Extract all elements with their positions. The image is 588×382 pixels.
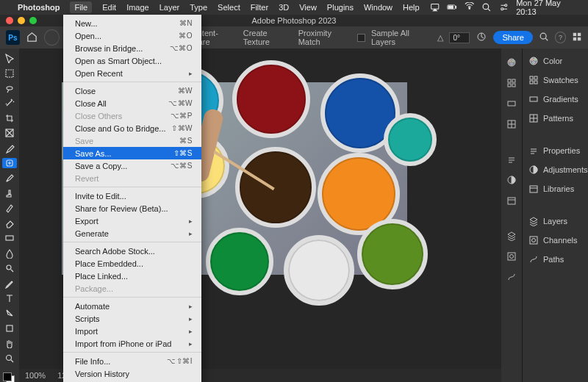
- menu-layer[interactable]: Layer: [159, 3, 180, 12]
- control-center-icon[interactable]: [499, 2, 509, 12]
- proximity-match-radio[interactable]: Proximity Match: [298, 29, 352, 46]
- search-icon[interactable]: [481, 2, 492, 12]
- menu-item-share-for-review-beta[interactable]: Share for Review (Beta)...: [63, 202, 201, 215]
- menu-view[interactable]: View: [299, 3, 317, 12]
- menu-item-invite-to-edit[interactable]: Invite to Edit...: [63, 190, 201, 202]
- angle-field[interactable]: 0°: [449, 32, 470, 43]
- panel-properties[interactable]: Properties: [523, 144, 588, 157]
- mini-layers-icon[interactable]: [505, 229, 518, 242]
- menu-item-place-embedded[interactable]: Place Embedded...: [63, 257, 201, 270]
- wifi-icon[interactable]: [465, 2, 475, 12]
- menu-item-import[interactable]: Import▸: [63, 325, 201, 337]
- create-texture-radio[interactable]: Create Texture: [243, 29, 293, 46]
- tool-pen[interactable]: [2, 278, 17, 288]
- tool-dodge[interactable]: [2, 263, 17, 273]
- menu-item-new[interactable]: New...⌘N: [63, 17, 201, 29]
- tool-eraser[interactable]: [2, 218, 17, 228]
- tool-frame[interactable]: [2, 128, 17, 138]
- tool-zoom[interactable]: [2, 353, 17, 363]
- battery-icon[interactable]: [447, 2, 457, 12]
- tool-eyedrop[interactable]: [2, 143, 17, 154]
- zoom-window-button[interactable]: [29, 17, 37, 24]
- menu-plugins[interactable]: Plugins: [327, 3, 354, 12]
- tool-blur[interactable]: [2, 248, 17, 258]
- mini-properties-icon[interactable]: [505, 153, 518, 166]
- minimize-window-button[interactable]: [18, 17, 25, 24]
- menu-item-generate[interactable]: Generate▸: [63, 227, 201, 239]
- mini-swatches-icon[interactable]: [505, 76, 518, 90]
- menu-window[interactable]: Window: [364, 3, 392, 12]
- help-icon[interactable]: ?: [555, 32, 566, 43]
- tool-move[interactable]: [2, 53, 17, 63]
- menu-item-scripts[interactable]: Scripts▸: [63, 312, 201, 325]
- tool-marquee[interactable]: [2, 68, 17, 78]
- mini-color-icon[interactable]: [505, 56, 518, 69]
- menu-item-close-and-go-to-bridge[interactable]: Close and Go to Bridge...⇧⌘W: [63, 122, 201, 134]
- menu-item-export[interactable]: Export▸: [63, 215, 201, 227]
- foreground-background-colors[interactable]: [3, 372, 16, 382]
- mini-channels-icon[interactable]: [505, 250, 518, 263]
- clock[interactable]: Mon 27 May 20:13: [516, 0, 581, 16]
- panel-libraries[interactable]: Libraries: [523, 182, 588, 195]
- menu-3d[interactable]: 3D: [279, 3, 289, 12]
- tool-rect[interactable]: [2, 323, 17, 334]
- panel-swatches[interactable]: Swatches: [523, 73, 588, 87]
- tool-history[interactable]: [2, 203, 17, 213]
- panel-patterns[interactable]: Patterns: [523, 112, 588, 125]
- tool-brush[interactable]: [2, 173, 17, 183]
- panel-layers[interactable]: Layers: [523, 215, 588, 228]
- menu-item-save-as[interactable]: Save As...⇧⌘S: [63, 147, 201, 159]
- panel-channels[interactable]: Channels: [523, 234, 588, 247]
- ps-logo-icon[interactable]: Ps: [6, 30, 20, 45]
- menu-item-browse-in-bridge[interactable]: Browse in Bridge...⌥⌘O: [63, 42, 201, 54]
- menu-item-file-info[interactable]: File Info...⌥⇧⌘I: [63, 355, 201, 367]
- menu-item-close-all[interactable]: Close All⌥⌘W: [63, 97, 201, 109]
- search-app-icon[interactable]: [539, 32, 549, 43]
- tool-stamp[interactable]: [2, 188, 17, 198]
- menu-item-import-from-iphone-or-ipad[interactable]: Import from iPhone or iPad▸: [63, 337, 201, 350]
- tool-crop[interactable]: [2, 113, 17, 123]
- menu-file[interactable]: File: [70, 1, 92, 13]
- panel-adjustments[interactable]: Adjustments: [523, 163, 588, 176]
- workspace-icon[interactable]: [572, 32, 582, 43]
- menu-select[interactable]: Select: [218, 3, 240, 12]
- mini-gradients-icon[interactable]: [505, 97, 518, 110]
- tool-wand[interactable]: [2, 98, 17, 108]
- tool-hand[interactable]: [2, 338, 17, 348]
- panel-color[interactable]: Color: [523, 54, 588, 68]
- tool-heal[interactable]: [2, 158, 17, 168]
- menu-item-automate[interactable]: Automate▸: [63, 300, 201, 312]
- menu-item-open-recent[interactable]: Open Recent▸: [63, 67, 201, 79]
- menu-edit[interactable]: Edit: [102, 3, 116, 12]
- share-button[interactable]: Share: [493, 31, 532, 44]
- menu-item-close[interactable]: Close⌘W: [63, 84, 201, 97]
- menu-item-save-a-copy[interactable]: Save a Copy...⌥⌘S: [63, 159, 201, 172]
- menu-item-open[interactable]: Open...⌘O: [63, 29, 201, 42]
- menu-item-place-linked[interactable]: Place Linked...: [63, 270, 201, 282]
- close-window-button[interactable]: [6, 17, 13, 24]
- tool-type[interactable]: [2, 293, 17, 303]
- menu-item-version-history[interactable]: Version History: [63, 367, 201, 380]
- pressure-icon[interactable]: [476, 31, 487, 44]
- menu-image[interactable]: Image: [126, 3, 149, 12]
- menu-filter[interactable]: Filter: [251, 3, 268, 12]
- menu-item-search-adobe-stock[interactable]: Search Adobe Stock...: [63, 245, 201, 257]
- menu-item-open-as-smart-object[interactable]: Open as Smart Object...: [63, 54, 201, 67]
- mini-adjustments-icon[interactable]: [505, 173, 518, 187]
- mini-libraries-icon[interactable]: [505, 194, 518, 207]
- brush-preset-picker[interactable]: [44, 29, 60, 46]
- menu-type[interactable]: Type: [190, 3, 207, 12]
- panel-gradients[interactable]: Gradients: [523, 93, 588, 106]
- mini-paths-icon[interactable]: [505, 270, 518, 284]
- mini-patterns-icon[interactable]: [505, 118, 518, 131]
- zoom-level[interactable]: 100%: [25, 371, 46, 380]
- home-icon[interactable]: [26, 31, 38, 44]
- menu-help[interactable]: Help: [403, 3, 420, 12]
- tool-path[interactable]: [2, 308, 17, 318]
- tool-lasso[interactable]: [2, 83, 17, 93]
- panel-paths[interactable]: Paths: [523, 253, 588, 266]
- screen-mirror-icon[interactable]: [430, 2, 440, 12]
- sample-all-label: Sample All Layers: [371, 29, 432, 46]
- sample-all-layers-checkbox[interactable]: [357, 34, 365, 42]
- tool-gradient[interactable]: [2, 233, 17, 243]
